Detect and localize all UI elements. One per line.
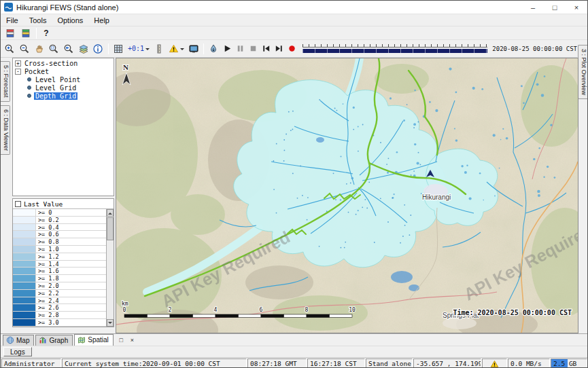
zoom-in-icon <box>4 43 15 54</box>
status-local-time: 16:27:18 CST <box>307 358 365 368</box>
logs-button[interactable]: Logs <box>3 347 32 356</box>
tracer-button[interactable] <box>207 42 221 56</box>
zoom-out-button[interactable] <box>18 42 32 56</box>
archive-button[interactable] <box>18 26 33 40</box>
zoom-box-button[interactable] <box>47 42 61 56</box>
map-canvas[interactable]: API Key Required API Key Required Hikura… <box>116 58 578 333</box>
menu-tools[interactable]: Tools <box>24 16 52 25</box>
maximize-button[interactable]: □ <box>544 1 566 14</box>
menu-options[interactable]: Options <box>52 16 88 25</box>
float-panel-button[interactable]: □ <box>117 335 126 344</box>
info-button[interactable] <box>91 42 105 56</box>
pan-hand-icon <box>34 43 45 54</box>
legend-color-swatch <box>13 261 36 268</box>
status-text: Stand alone <box>368 360 411 367</box>
close-button[interactable]: × <box>566 1 587 14</box>
time-step-value: +0:1 <box>128 45 144 52</box>
help-button[interactable]: ? <box>39 26 53 40</box>
tab-spatial[interactable]: Spatial <box>74 334 114 346</box>
scale-tick-label: 2 <box>169 307 172 313</box>
legend-color-swatch <box>13 231 36 238</box>
database-button[interactable] <box>3 26 18 40</box>
skip-end-button[interactable] <box>273 42 285 56</box>
legend-color-swatch <box>13 297 36 304</box>
status-text: 16:27:18 CST <box>310 360 357 367</box>
collapse-icon[interactable]: - <box>15 69 21 75</box>
tab-graph[interactable]: Graph <box>35 335 73 346</box>
node-bullet-icon <box>27 77 31 81</box>
status-coordinates: -35.657 , 174.199 <box>413 358 481 368</box>
status-text: 08:27:18 GMT <box>250 360 297 367</box>
warnings-dropdown[interactable] <box>167 42 186 56</box>
record-button[interactable] <box>286 42 298 56</box>
map-view[interactable]: API Key Required API Key Required Hikura… <box>116 58 578 333</box>
timeline-slider[interactable] <box>302 43 487 54</box>
status-network: 0.0 MB/s <box>508 358 550 368</box>
tab-label: Graph <box>49 337 68 344</box>
tree-item-label: Level Grid <box>34 84 77 92</box>
animation-display-button[interactable] <box>186 42 201 56</box>
legend-label: >= 1.0 <box>36 246 59 253</box>
scroll-up-icon[interactable] <box>107 209 114 217</box>
legend-color-swatch <box>13 224 36 231</box>
graph-icon <box>39 336 47 344</box>
legend-label: >= 0.8 <box>36 238 59 245</box>
status-mode: Stand alone <box>366 358 413 368</box>
timeline-period-bar <box>302 49 487 53</box>
tab-label: Map <box>16 337 29 344</box>
legend-label: >= 0.4 <box>36 224 59 231</box>
title-bar: Hikurangi FEWS (Stand alone) – □ × <box>1 1 587 14</box>
play-button[interactable] <box>222 42 234 56</box>
spatial-map-icon <box>77 336 86 344</box>
expand-icon[interactable]: + <box>15 60 21 67</box>
legend-color-swatch <box>13 209 36 216</box>
tree-item-cross-section[interactable]: +Cross-section <box>13 59 114 67</box>
minimize-button[interactable]: – <box>522 1 544 14</box>
tab-map[interactable]: Map <box>3 335 34 346</box>
time-step-control[interactable]: +0:1 <box>126 42 151 56</box>
toolbar-separator <box>108 43 109 54</box>
scale-ruler-button[interactable] <box>152 42 167 56</box>
panel-tab-6-data-viewer[interactable]: 6 : Data Viewer <box>1 105 10 155</box>
main-toolbar: ? <box>1 26 587 40</box>
skip-start-icon <box>261 43 271 54</box>
legend-row: >= 1.4 <box>13 261 106 268</box>
status-text: -35.657 , 174.199 <box>416 360 481 367</box>
status-bar: AdministratorCurrent system time:2020-09… <box>1 357 587 368</box>
zoom-previous-button[interactable] <box>62 42 76 56</box>
tree-item-level-grid[interactable]: Level Grid <box>13 84 114 92</box>
left-tab-strip: 5 : Forecast6 : Data Viewer <box>1 58 11 333</box>
legend-color-swatch <box>13 268 36 274</box>
tree-item-pocket[interactable]: -Pocket <box>13 67 114 75</box>
panel-tab-3-plot-overview[interactable]: 3 : Plot Overview <box>578 45 587 99</box>
panel-tab-5-forecast[interactable]: 5 : Forecast <box>1 61 10 102</box>
tree-item-depth-grid[interactable]: Depth Grid <box>13 92 114 100</box>
status-gmt-time: 08:27:18 GMT <box>247 358 307 368</box>
status-text: Current system time:2020-09-01 00:00 CST <box>65 360 220 367</box>
legend-color-swatch <box>13 246 36 253</box>
grid-display-button[interactable] <box>111 42 126 56</box>
droplet-arrow-icon <box>208 43 219 54</box>
pause-button[interactable] <box>235 42 247 56</box>
scale-tick-label: 0 <box>123 307 126 313</box>
legend-row: >= 2.4 <box>13 297 106 305</box>
map-time-label: Time: 2020-08-25 00:00:00 CST <box>453 309 572 316</box>
legend-label: >= 1.6 <box>36 268 59 274</box>
tab-label: Spatial <box>88 336 109 344</box>
close-panel-button[interactable]: × <box>128 335 137 344</box>
layers-button[interactable] <box>76 42 90 56</box>
scrollbar-thumb[interactable] <box>107 217 114 240</box>
menu-file[interactable]: File <box>1 16 24 25</box>
scroll-down-icon[interactable] <box>107 319 114 327</box>
pan-button[interactable] <box>32 42 46 56</box>
menu-help[interactable]: Help <box>88 16 115 25</box>
legend-scrollbar[interactable] <box>106 209 114 327</box>
legend-label: >= 1.2 <box>36 253 59 260</box>
stop-button[interactable] <box>247 42 260 56</box>
skip-start-button[interactable] <box>260 42 272 56</box>
last-value-checkbox[interactable] <box>15 201 21 207</box>
tree-item-level-point[interactable]: Level Point <box>13 75 114 84</box>
current-datetime: 2020-08-25 00:00:00 CST <box>492 45 577 52</box>
status-user: Administrator <box>1 358 61 368</box>
zoom-in-button[interactable] <box>3 42 17 56</box>
